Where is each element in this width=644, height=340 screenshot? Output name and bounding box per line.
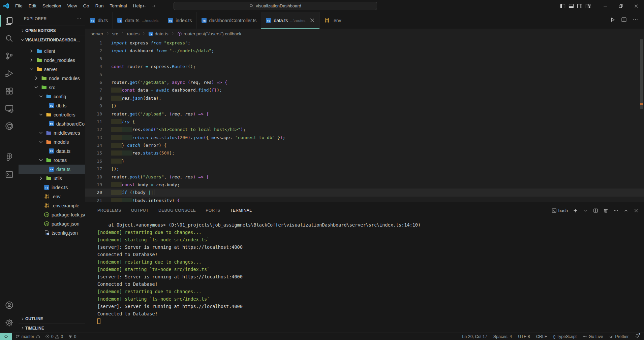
status-encoding[interactable]: UTF-8 (518, 334, 530, 339)
activity-explorer[interactable] (0, 12, 19, 30)
activity-extensions[interactable] (0, 82, 19, 100)
tree-item-routes[interactable]: routes (19, 156, 85, 165)
tree-item-db-ts[interactable]: TSdb.ts (19, 101, 85, 110)
tree-item-config[interactable]: config (19, 92, 85, 101)
status-go-live[interactable]: Go Live (583, 334, 603, 339)
menu-file[interactable]: File (12, 0, 26, 12)
split-terminal-button[interactable] (593, 208, 598, 213)
status-indentation[interactable]: Spaces: 4 (493, 334, 512, 339)
breadcrumb-item-src[interactable]: src (112, 31, 118, 36)
tree-item-tsconfig-json[interactable]: TStsconfig.json (19, 228, 85, 237)
editor-scrollbar-thumb[interactable] (640, 39, 643, 109)
terminal-profile-button[interactable]: bash (552, 208, 568, 213)
menu-run[interactable]: Run (92, 0, 107, 12)
tree-item-middlewares[interactable]: middlewares (19, 128, 85, 137)
tab-data-ts-routes[interactable]: TSdata.ts...\routes (261, 12, 320, 29)
close-icon[interactable] (309, 18, 315, 23)
maximize-panel-button[interactable] (623, 208, 628, 213)
activity-settings[interactable] (0, 314, 19, 331)
menu-go[interactable]: Go (80, 0, 92, 12)
tree-item-data-ts[interactable]: TSdata.ts (19, 146, 85, 156)
tab-db-ts[interactable]: TSdb.ts (85, 12, 113, 29)
new-terminal-button[interactable] (573, 208, 578, 213)
explorer-more-actions-icon[interactable] (76, 16, 82, 22)
status-branch-status[interactable]: master (16, 334, 40, 339)
breadcrumb-item-data-ts[interactable]: TSdata.ts (148, 31, 168, 36)
command-center-search[interactable]: visualizationDashboard (174, 2, 377, 10)
activity-terminal[interactable] (0, 166, 19, 183)
breadcrumb-item-router-post-users-callback[interactable]: router.post("/users") callback (177, 31, 242, 36)
close-panel-button[interactable] (634, 208, 639, 213)
panel-tab-ports[interactable]: PORTS (206, 202, 220, 218)
kill-terminal-button[interactable] (603, 208, 608, 213)
open-editors-section[interactable]: OPEN EDITORS (19, 26, 85, 35)
customize-layout-icon[interactable] (585, 3, 591, 9)
back-arrow-icon[interactable] (142, 3, 147, 9)
status-language-mode[interactable]: {}TypeScript (553, 334, 577, 339)
tree-item-server[interactable]: server (19, 65, 85, 74)
more-actions-button[interactable] (633, 17, 638, 24)
panel-tab-output[interactable]: OUTPUT (131, 202, 149, 218)
tree-item-dashboardco[interactable]: TSdashboardCo... (19, 119, 85, 128)
tree-item-utils[interactable]: utils (19, 174, 85, 183)
menu-terminal[interactable]: Terminal (106, 0, 130, 12)
minimize-button[interactable] (597, 0, 613, 12)
tree-item-client[interactable]: client (19, 46, 85, 56)
activity-figma[interactable] (0, 148, 19, 166)
tree-item-node-modules[interactable]: node_modules (19, 74, 85, 83)
activity-github[interactable] (0, 117, 19, 135)
breadcrumb-item-routes[interactable]: routes (127, 31, 140, 36)
activity-source-control[interactable] (0, 47, 19, 65)
tree-item-data-ts[interactable]: TSdata.ts (19, 165, 85, 174)
menu-view[interactable]: View (64, 0, 80, 12)
tree-item-env-example[interactable]: .env.example (19, 201, 85, 210)
panel-tab-terminal[interactable]: TERMINAL (230, 202, 252, 218)
forward-arrow-icon[interactable] (151, 3, 156, 9)
tab-env[interactable]: .env (320, 12, 346, 29)
tree-item-node-modules[interactable]: node_modules (19, 56, 85, 65)
activity-remote-explorer[interactable] (0, 100, 19, 117)
status-prettier[interactable]: Prettier (609, 334, 629, 339)
menu-edit[interactable]: Edit (26, 0, 39, 12)
breadcrumb-item-server[interactable]: server (91, 31, 103, 36)
status-cursor-position[interactable]: Ln 20, Col 17 (462, 334, 487, 339)
tab-index-ts[interactable]: TSindex.ts (163, 12, 196, 29)
split-editor-button[interactable] (621, 17, 627, 24)
toggle-secondary-sidebar-icon[interactable] (577, 3, 582, 9)
run-file-button[interactable] (610, 17, 615, 24)
toggle-sidebar-icon[interactable] (560, 3, 565, 9)
status-diagnostics[interactable]: 00 (45, 334, 63, 339)
tab-dashboardcontroller-ts[interactable]: TSdashboardController.ts (197, 12, 262, 29)
activity-accounts[interactable] (0, 296, 19, 314)
timeline-section[interactable]: TIMELINE (19, 323, 85, 333)
code-editor[interactable]: 1import express from "express";2import d… (85, 39, 644, 202)
remote-indicator[interactable] (0, 333, 12, 340)
toggle-panel-icon[interactable] (569, 3, 574, 9)
status-ports-status[interactable]: 0 (68, 334, 76, 339)
tree-item-package-lock-json[interactable]: JSpackage-lock.json (19, 210, 85, 219)
status-notifications[interactable] (635, 334, 640, 339)
status-eol[interactable]: CRLF (536, 334, 547, 339)
menu-selection[interactable]: Selection (39, 0, 64, 12)
tree-item-index-ts[interactable]: TSindex.ts (19, 183, 85, 192)
close-window-button[interactable] (628, 0, 644, 12)
panel-tab-problems[interactable]: PROBLEMS (97, 202, 121, 218)
terminal-dropdown-button[interactable] (583, 208, 588, 213)
outline-section[interactable]: OUTLINE (19, 314, 85, 323)
panel-tab-debug-console[interactable]: DEBUG CONSOLE (158, 202, 196, 218)
tree-item-models[interactable]: models (19, 137, 85, 146)
activity-run-debug[interactable] (0, 65, 19, 82)
workspace-root-section[interactable]: VISUALIZATIONDASHBOA... (19, 35, 85, 44)
tree-item-src[interactable]: src (19, 83, 85, 92)
tree-item-controllers[interactable]: controllers (19, 110, 85, 119)
restore-button[interactable] (613, 0, 628, 12)
terminal-output[interactable]: at Object.<anonymous> (D:\01_projects\jo… (85, 218, 644, 333)
ts-icon: TS (266, 18, 271, 23)
activity-search[interactable] (0, 30, 19, 47)
tab-data-ts-models[interactable]: TSdata.ts...\models (113, 12, 163, 29)
tree-item-label: .env.example (52, 203, 79, 208)
panel-more-actions-button[interactable] (613, 208, 618, 213)
folder-icon (41, 75, 47, 81)
tree-item-package-json[interactable]: JSpackage.json (19, 219, 85, 228)
tree-item-env[interactable]: .env (19, 192, 85, 201)
